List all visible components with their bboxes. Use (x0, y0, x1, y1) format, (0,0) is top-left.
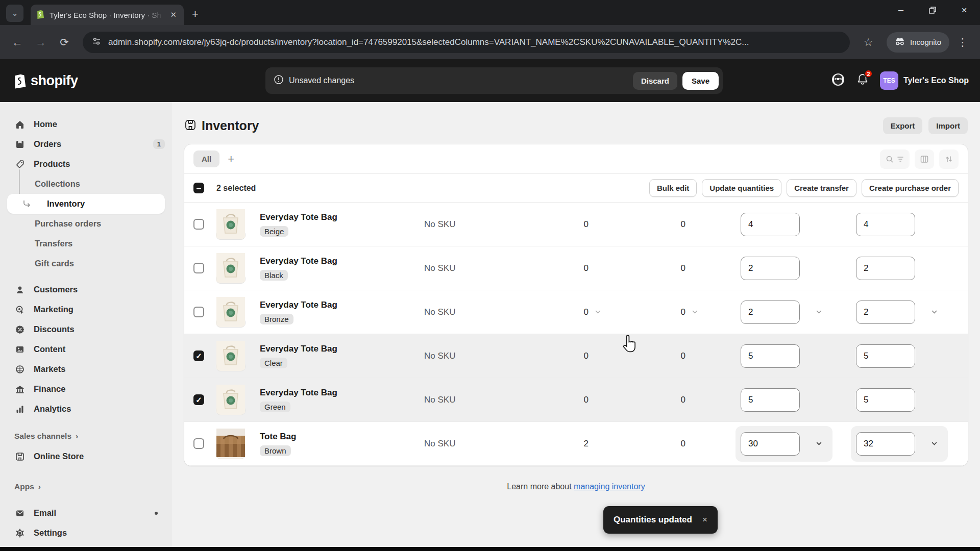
new-tab-button[interactable]: + (192, 8, 199, 21)
table-row[interactable]: Tote Bag Brown No SKU 2 0 (184, 422, 968, 466)
sidebar-item-email[interactable]: Email (0, 503, 172, 523)
sidebar-item-gift-cards[interactable]: Gift cards (0, 254, 172, 273)
product-name[interactable]: Tote Bag (260, 432, 406, 442)
table-row[interactable]: Everyday Tote Bag Bronze No SKU 0 0 (184, 290, 968, 334)
row-checkbox[interactable] (193, 350, 204, 361)
sku-cell: No SKU (406, 395, 534, 405)
on-hand-input[interactable] (856, 257, 915, 280)
product-name[interactable]: Everyday Tote Bag (260, 256, 406, 266)
sidebar-item-label: Customers (34, 285, 165, 294)
sub-arrow-icon (21, 201, 33, 208)
sales-channels-heading[interactable]: Sales channels› (0, 426, 172, 446)
add-view-button[interactable]: + (228, 153, 880, 166)
table-row[interactable]: Everyday Tote Bag Black No SKU 0 0 (184, 246, 968, 290)
sidebar-item-products[interactable]: Products (0, 154, 172, 174)
tab-close-icon[interactable]: ✕ (168, 9, 179, 20)
unavailable-value: 0 (584, 219, 589, 230)
sidebar-item-customers[interactable]: Customers (0, 280, 172, 299)
reload-button[interactable]: ⟳ (54, 32, 75, 53)
marketing-icon (14, 305, 26, 315)
table-row[interactable]: Everyday Tote Bag Clear No SKU 0 0 (184, 334, 968, 378)
sidebar-item-home[interactable]: Home (0, 114, 172, 134)
row-checkbox[interactable] (193, 307, 204, 317)
apps-heading[interactable]: Apps› (0, 477, 172, 497)
sidebar-item-marketing[interactable]: Marketing (0, 299, 172, 319)
available-stepper-chevron[interactable] (811, 440, 826, 447)
bookmark-star-icon[interactable]: ☆ (858, 32, 878, 53)
on-hand-cell (835, 388, 958, 412)
product-name[interactable]: Everyday Tote Bag (260, 300, 406, 310)
forward-button[interactable]: → (31, 32, 51, 53)
store-name: Tyler's Eco Shop (903, 76, 969, 85)
available-input[interactable] (741, 432, 800, 456)
variant-badge: Black (260, 270, 288, 281)
store-account-button[interactable]: TES Tyler's Eco Shop (880, 71, 969, 90)
columns-button[interactable] (915, 149, 934, 169)
sidebar-item-finance[interactable]: Finance (0, 379, 172, 399)
create-transfer-button[interactable]: Create transfer (787, 179, 856, 197)
discard-button[interactable]: Discard (633, 72, 677, 90)
address-bar[interactable]: admin.shopify.com/store/jy63jq-dc/produc… (83, 32, 850, 53)
product-name[interactable]: Everyday Tote Bag (260, 212, 406, 222)
inventory-page-icon (184, 119, 197, 133)
import-button[interactable]: Import (928, 117, 968, 134)
save-button[interactable]: Save (682, 72, 719, 90)
sidebar-item-settings[interactable]: Settings (0, 523, 172, 543)
export-button[interactable]: Export (883, 117, 923, 134)
row-checkbox[interactable] (193, 394, 204, 405)
unavailable-cell: 0 (534, 219, 610, 230)
available-input[interactable] (741, 388, 800, 412)
sidebar-item-purchase-orders[interactable]: Purchase orders (0, 214, 172, 234)
shopify-logo[interactable]: shopify (12, 72, 78, 89)
bulk-edit-button[interactable]: Bulk edit (649, 179, 697, 197)
managing-inventory-link[interactable]: managing inventory (574, 482, 645, 491)
back-button[interactable]: ← (7, 32, 28, 53)
sidebar-item-orders[interactable]: Orders1 (0, 134, 172, 154)
available-input[interactable] (741, 213, 800, 236)
create-purchase-order-button[interactable]: Create purchase order (862, 179, 959, 197)
site-settings-icon[interactable] (92, 37, 101, 48)
tab-search-button[interactable]: ⌄ (6, 5, 23, 22)
select-all-checkbox[interactable] (193, 183, 204, 193)
sidebar-item-discounts[interactable]: Discounts (0, 319, 172, 339)
sidebar-item-analytics[interactable]: Analytics (0, 399, 172, 419)
product-name[interactable]: Everyday Tote Bag (260, 344, 406, 354)
available-input[interactable] (741, 344, 800, 368)
row-checkbox[interactable] (193, 263, 204, 273)
committed-cell: 0 (610, 351, 707, 361)
unavailable-cell: 2 (534, 439, 610, 449)
on-hand-cell (835, 257, 958, 280)
row-checkbox[interactable] (193, 438, 204, 449)
available-input[interactable] (741, 300, 800, 324)
sidebar-item-inventory[interactable]: Inventory (7, 194, 165, 214)
sidebar-item-label: Transfers (35, 239, 165, 248)
window-minimize-button[interactable]: ─ (885, 0, 917, 20)
row-checkbox[interactable] (193, 219, 204, 230)
browser-tab[interactable]: Tyler's Eco Shop · Inventory · Sh ✕ (31, 5, 184, 25)
update-quantities-button[interactable]: Update quantities (702, 179, 781, 197)
sidebar-item-collections[interactable]: Collections (0, 174, 172, 194)
notifications-button[interactable]: 2 (856, 73, 869, 88)
window-close-button[interactable]: ✕ (948, 0, 980, 20)
assistant-avatar-icon[interactable] (831, 72, 845, 89)
toast-close-icon[interactable]: × (702, 515, 707, 525)
on-hand-input[interactable] (856, 388, 915, 412)
sidebar-item-markets[interactable]: Markets (0, 359, 172, 379)
search-filter-button[interactable] (880, 149, 910, 169)
sort-button[interactable] (939, 149, 959, 169)
tab-all[interactable]: All (193, 151, 219, 167)
sidebar-item-online-store[interactable]: Online Store (0, 446, 172, 466)
on-hand-input[interactable] (856, 300, 915, 324)
product-name[interactable]: Everyday Tote Bag (260, 388, 406, 398)
on-hand-stepper-chevron[interactable] (926, 440, 942, 447)
sidebar-item-transfers[interactable]: Transfers (0, 234, 172, 254)
table-row[interactable]: Everyday Tote Bag Green No SKU 0 0 (184, 378, 968, 422)
window-restore-button[interactable] (917, 0, 948, 20)
on-hand-input[interactable] (856, 432, 915, 456)
on-hand-input[interactable] (856, 213, 915, 236)
on-hand-input[interactable] (856, 344, 915, 368)
sidebar-item-content[interactable]: Content (0, 339, 172, 359)
table-row[interactable]: Everyday Tote Bag Beige No SKU 0 0 (184, 203, 968, 246)
browser-menu-icon[interactable]: ⋮ (952, 32, 973, 53)
available-input[interactable] (741, 257, 800, 280)
